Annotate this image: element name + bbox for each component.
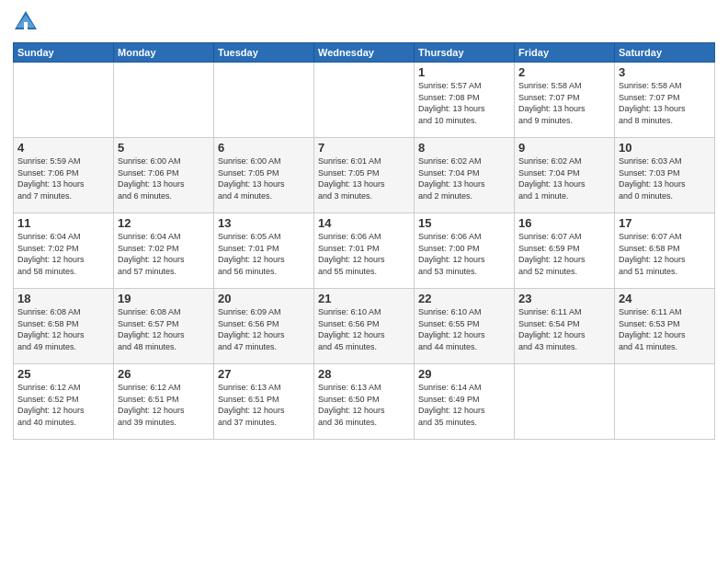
- day-info: Sunrise: 6:13 AM Sunset: 6:51 PM Dayligh…: [218, 382, 310, 428]
- calendar-cell: 7Sunrise: 6:01 AM Sunset: 7:05 PM Daylig…: [314, 138, 415, 213]
- day-info: Sunrise: 6:05 AM Sunset: 7:01 PM Dayligh…: [218, 231, 310, 277]
- day-info: Sunrise: 5:58 AM Sunset: 7:07 PM Dayligh…: [518, 80, 610, 126]
- day-number: 17: [619, 216, 711, 230]
- day-info: Sunrise: 6:12 AM Sunset: 6:51 PM Dayligh…: [118, 382, 210, 428]
- day-number: 18: [17, 292, 109, 305]
- day-info: Sunrise: 6:07 AM Sunset: 6:59 PM Dayligh…: [518, 231, 610, 277]
- day-info: Sunrise: 6:10 AM Sunset: 6:55 PM Dayligh…: [418, 306, 510, 352]
- header-day-saturday: Saturday: [615, 43, 715, 63]
- day-info: Sunrise: 5:59 AM Sunset: 7:06 PM Dayligh…: [17, 155, 109, 201]
- day-number: 23: [518, 292, 610, 305]
- week-row-5: 25Sunrise: 6:12 AM Sunset: 6:52 PM Dayli…: [14, 364, 715, 440]
- calendar-cell: 26Sunrise: 6:12 AM Sunset: 6:51 PM Dayli…: [114, 364, 214, 440]
- day-number: 16: [518, 216, 610, 230]
- day-info: Sunrise: 6:02 AM Sunset: 7:04 PM Dayligh…: [418, 155, 510, 201]
- logo: [13, 9, 42, 35]
- calendar-cell: [114, 63, 214, 138]
- header-row: SundayMondayTuesdayWednesdayThursdayFrid…: [14, 43, 715, 63]
- day-number: 8: [418, 141, 510, 155]
- day-number: 20: [218, 292, 310, 305]
- calendar-cell: 8Sunrise: 6:02 AM Sunset: 7:04 PM Daylig…: [415, 138, 515, 213]
- day-number: 27: [218, 367, 310, 381]
- day-info: Sunrise: 6:04 AM Sunset: 7:02 PM Dayligh…: [17, 231, 109, 277]
- day-number: 14: [318, 216, 410, 230]
- calendar-cell: 14Sunrise: 6:06 AM Sunset: 7:01 PM Dayli…: [314, 213, 415, 289]
- day-info: Sunrise: 5:58 AM Sunset: 7:07 PM Dayligh…: [619, 80, 711, 126]
- day-info: Sunrise: 6:08 AM Sunset: 6:57 PM Dayligh…: [118, 306, 210, 352]
- calendar-cell: 1Sunrise: 5:57 AM Sunset: 7:08 PM Daylig…: [415, 63, 515, 138]
- calendar-cell: 19Sunrise: 6:08 AM Sunset: 6:57 PM Dayli…: [114, 289, 214, 364]
- day-info: Sunrise: 6:03 AM Sunset: 7:03 PM Dayligh…: [619, 155, 711, 201]
- day-number: 3: [619, 65, 711, 79]
- calendar-cell: 25Sunrise: 6:12 AM Sunset: 6:52 PM Dayli…: [14, 364, 114, 440]
- day-number: 2: [518, 65, 610, 79]
- day-number: 1: [418, 65, 510, 79]
- day-number: 12: [118, 216, 210, 230]
- week-row-2: 4Sunrise: 5:59 AM Sunset: 7:06 PM Daylig…: [14, 138, 715, 213]
- calendar-cell: 24Sunrise: 6:11 AM Sunset: 6:53 PM Dayli…: [615, 289, 715, 364]
- calendar-cell: [214, 63, 314, 138]
- day-number: 19: [118, 292, 210, 305]
- calendar-cell: 6Sunrise: 6:00 AM Sunset: 7:05 PM Daylig…: [214, 138, 314, 213]
- day-number: 11: [17, 216, 109, 230]
- calendar-cell: 16Sunrise: 6:07 AM Sunset: 6:59 PM Dayli…: [515, 213, 615, 289]
- day-number: 29: [418, 367, 510, 381]
- day-number: 6: [218, 141, 310, 155]
- header-day-sunday: Sunday: [14, 43, 114, 63]
- day-info: Sunrise: 6:02 AM Sunset: 7:04 PM Dayligh…: [518, 155, 610, 201]
- day-number: 13: [218, 216, 310, 230]
- svg-rect-2: [24, 22, 28, 29]
- day-number: 22: [418, 292, 510, 305]
- calendar-cell: 28Sunrise: 6:13 AM Sunset: 6:50 PM Dayli…: [314, 364, 415, 440]
- week-row-1: 1Sunrise: 5:57 AM Sunset: 7:08 PM Daylig…: [14, 63, 715, 138]
- calendar-cell: 15Sunrise: 6:06 AM Sunset: 7:00 PM Dayli…: [415, 213, 515, 289]
- day-number: 4: [17, 141, 109, 155]
- calendar-cell: 27Sunrise: 6:13 AM Sunset: 6:51 PM Dayli…: [214, 364, 314, 440]
- day-info: Sunrise: 6:00 AM Sunset: 7:06 PM Dayligh…: [118, 155, 210, 201]
- calendar-cell: 23Sunrise: 6:11 AM Sunset: 6:54 PM Dayli…: [515, 289, 615, 364]
- calendar-container: SundayMondayTuesdayWednesdayThursdayFrid…: [0, 0, 728, 447]
- day-number: 9: [518, 141, 610, 155]
- calendar-cell: 22Sunrise: 6:10 AM Sunset: 6:55 PM Dayli…: [415, 289, 515, 364]
- calendar-cell: [615, 364, 715, 440]
- calendar-cell: [14, 63, 114, 138]
- day-number: 21: [318, 292, 410, 305]
- day-info: Sunrise: 6:01 AM Sunset: 7:05 PM Dayligh…: [318, 155, 410, 201]
- header: [13, 9, 715, 35]
- day-info: Sunrise: 6:12 AM Sunset: 6:52 PM Dayligh…: [17, 382, 109, 428]
- day-number: 5: [118, 141, 210, 155]
- calendar-cell: [314, 63, 415, 138]
- day-number: 24: [619, 292, 711, 305]
- calendar-table: SundayMondayTuesdayWednesdayThursdayFrid…: [13, 42, 715, 440]
- calendar-cell: 5Sunrise: 6:00 AM Sunset: 7:06 PM Daylig…: [114, 138, 214, 213]
- day-info: Sunrise: 6:09 AM Sunset: 6:56 PM Dayligh…: [218, 306, 310, 352]
- calendar-cell: 21Sunrise: 6:10 AM Sunset: 6:56 PM Dayli…: [314, 289, 415, 364]
- day-info: Sunrise: 5:57 AM Sunset: 7:08 PM Dayligh…: [418, 80, 510, 126]
- header-day-monday: Monday: [114, 43, 214, 63]
- calendar-cell: [515, 364, 615, 440]
- logo-icon: [13, 9, 39, 35]
- day-info: Sunrise: 6:14 AM Sunset: 6:49 PM Dayligh…: [418, 382, 510, 428]
- header-day-tuesday: Tuesday: [214, 43, 314, 63]
- day-number: 25: [17, 367, 109, 381]
- calendar-cell: 29Sunrise: 6:14 AM Sunset: 6:49 PM Dayli…: [415, 364, 515, 440]
- day-info: Sunrise: 6:13 AM Sunset: 6:50 PM Dayligh…: [318, 382, 410, 428]
- header-day-thursday: Thursday: [415, 43, 515, 63]
- calendar-cell: 17Sunrise: 6:07 AM Sunset: 6:58 PM Dayli…: [615, 213, 715, 289]
- calendar-cell: 9Sunrise: 6:02 AM Sunset: 7:04 PM Daylig…: [515, 138, 615, 213]
- day-info: Sunrise: 6:06 AM Sunset: 7:00 PM Dayligh…: [418, 231, 510, 277]
- day-number: 28: [318, 367, 410, 381]
- header-day-friday: Friday: [515, 43, 615, 63]
- day-info: Sunrise: 6:11 AM Sunset: 6:54 PM Dayligh…: [518, 306, 610, 352]
- day-info: Sunrise: 6:08 AM Sunset: 6:58 PM Dayligh…: [17, 306, 109, 352]
- day-number: 7: [318, 141, 410, 155]
- calendar-cell: 12Sunrise: 6:04 AM Sunset: 7:02 PM Dayli…: [114, 213, 214, 289]
- day-number: 10: [619, 141, 711, 155]
- calendar-cell: 4Sunrise: 5:59 AM Sunset: 7:06 PM Daylig…: [14, 138, 114, 213]
- day-number: 15: [418, 216, 510, 230]
- week-row-3: 11Sunrise: 6:04 AM Sunset: 7:02 PM Dayli…: [14, 213, 715, 289]
- calendar-cell: 3Sunrise: 5:58 AM Sunset: 7:07 PM Daylig…: [615, 63, 715, 138]
- calendar-cell: 13Sunrise: 6:05 AM Sunset: 7:01 PM Dayli…: [214, 213, 314, 289]
- calendar-cell: 2Sunrise: 5:58 AM Sunset: 7:07 PM Daylig…: [515, 63, 615, 138]
- calendar-cell: 10Sunrise: 6:03 AM Sunset: 7:03 PM Dayli…: [615, 138, 715, 213]
